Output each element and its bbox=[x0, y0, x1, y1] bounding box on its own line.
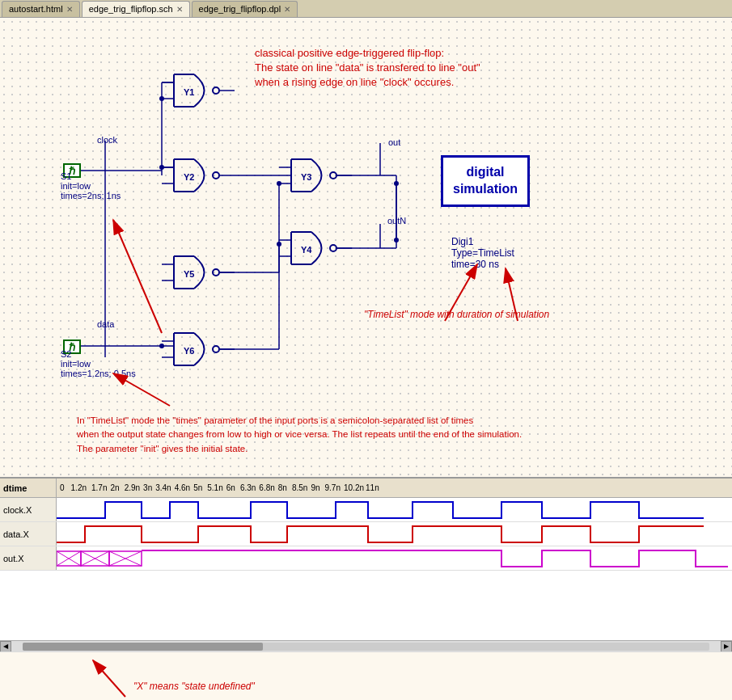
scroll-right-btn[interactable]: ▶ bbox=[721, 641, 732, 652]
svg-point-29 bbox=[330, 245, 336, 251]
svg-point-72 bbox=[159, 344, 164, 348]
time-mark-17: 10.2n bbox=[344, 483, 364, 492]
bottom-annotation: "X" means "state undefined" bbox=[133, 681, 255, 692]
scrollbar-thumb[interactable] bbox=[23, 643, 263, 651]
tab-autostart-label: autostart.html bbox=[9, 4, 63, 14]
timelist-line3: The parameter "init" gives the initial s… bbox=[77, 442, 522, 456]
schematic-area: classical positive edge-triggered flip-f… bbox=[0, 18, 732, 479]
time-mark-16: 9.7n bbox=[325, 483, 341, 492]
waveform-header: dtime 0 1.2n 1.7n 2n 2.9n 3n 3.4n 4.6n 5… bbox=[0, 479, 732, 498]
main-area: classical positive edge-triggered flip-f… bbox=[0, 18, 732, 700]
out-row-content bbox=[57, 546, 732, 570]
clock-waveform bbox=[57, 498, 732, 521]
dtime-header: dtime bbox=[0, 479, 57, 497]
out-row: out.X bbox=[0, 546, 732, 571]
waveform-section: dtime 0 1.2n 1.7n 2n 2.9n 3n 3.4n 4.6n 5… bbox=[0, 479, 732, 700]
scrollbar-track[interactable] bbox=[23, 643, 709, 651]
time-mark-12: 6.8n bbox=[259, 483, 274, 492]
digi1-line2: Type=TimeList bbox=[451, 247, 514, 259]
desc-line1: classical positive edge-triggered flip-f… bbox=[255, 46, 480, 61]
svg-point-69 bbox=[394, 181, 399, 186]
timelist-line2: when the output state changes from low t… bbox=[77, 428, 522, 441]
data-row: data.X bbox=[0, 522, 732, 546]
data-row-label: data.X bbox=[0, 522, 57, 546]
scrollbar-area: ◀ ▶ bbox=[0, 640, 732, 652]
svg-point-71 bbox=[159, 96, 164, 101]
svg-point-78 bbox=[277, 242, 281, 247]
s1-label: S1 init=low times=2ns; 1ns bbox=[61, 171, 121, 200]
svg-point-56 bbox=[159, 165, 164, 170]
digi1-line1: Digi1 bbox=[451, 236, 514, 247]
time-mark-5: 3n bbox=[143, 483, 152, 492]
s2-init: init=low bbox=[61, 359, 136, 369]
svg-point-37 bbox=[213, 269, 219, 276]
data-waveform bbox=[57, 522, 732, 546]
tab-dpl[interactable]: edge_trig_flipflop.dpl ✕ bbox=[192, 1, 298, 17]
digital-sim-title: digital bbox=[453, 164, 518, 181]
time-mark-4: 2.9n bbox=[125, 483, 140, 492]
svg-point-21 bbox=[330, 172, 336, 179]
tab-dpl-label: edge_trig_flipflop.dpl bbox=[199, 4, 281, 14]
tab-autostart[interactable]: autostart.html ✕ bbox=[2, 1, 80, 17]
timelist-mode-text: In "TimeList" mode the "times" parameter… bbox=[77, 414, 522, 456]
svg-point-75 bbox=[277, 181, 281, 186]
svg-text:Y3: Y3 bbox=[301, 172, 311, 182]
time-mark-7: 4.6n bbox=[175, 483, 190, 492]
waveform-rows: clock.X data.X bbox=[0, 498, 732, 640]
s1-times: times=2ns; 1ns bbox=[61, 191, 121, 200]
desc-line2: The state on line "data" is transfered t… bbox=[255, 61, 480, 75]
timelist-annotation: "TimeList" mode with duration of simulat… bbox=[364, 309, 549, 320]
bottom-arrow-svg bbox=[0, 652, 243, 700]
time-mark-10: 6n bbox=[226, 483, 235, 492]
s2-name: S2 bbox=[61, 349, 136, 359]
svg-point-45 bbox=[213, 346, 219, 352]
out-row-label: out.X bbox=[0, 546, 57, 570]
clock-label: clock bbox=[97, 135, 117, 145]
svg-text:Y2: Y2 bbox=[184, 172, 194, 182]
scroll-left-btn[interactable]: ◀ bbox=[0, 641, 11, 652]
clock-row-label: clock.X bbox=[0, 498, 57, 521]
tab-schematic-label: edge_trig_flipflop.sch bbox=[89, 4, 173, 14]
waveform-timeline: 0 1.2n 1.7n 2n 2.9n 3n 3.4n 4.6n 5n 5.1n… bbox=[57, 483, 732, 492]
svg-text:Y5: Y5 bbox=[184, 269, 194, 279]
outN-label: outN bbox=[387, 216, 406, 226]
time-mark-0: 0 bbox=[60, 483, 65, 492]
svg-text:Y4: Y4 bbox=[301, 245, 312, 255]
tab-schematic-close[interactable]: ✕ bbox=[176, 5, 183, 14]
time-mark-18: 11n bbox=[366, 483, 379, 492]
tab-schematic[interactable]: edge_trig_flipflop.sch ✕ bbox=[82, 1, 190, 17]
time-mark-13: 8n bbox=[278, 483, 287, 492]
time-mark-3: 2n bbox=[111, 483, 120, 492]
clock-row-content bbox=[57, 498, 732, 521]
s2-times: times=1.2ns; 0.5ns bbox=[61, 369, 136, 378]
time-mark-2: 1.7n bbox=[91, 483, 107, 492]
svg-text:Y6: Y6 bbox=[184, 346, 194, 356]
digital-sim-subtitle: simulation bbox=[453, 181, 518, 198]
timelist-line1: In "TimeList" mode the "times" parameter… bbox=[77, 414, 522, 428]
time-mark-14: 8.5n bbox=[292, 483, 307, 492]
data-row-content bbox=[57, 522, 732, 546]
s1-init: init=low bbox=[61, 181, 121, 191]
tab-bar: autostart.html ✕ edge_trig_flipflop.sch … bbox=[0, 0, 732, 18]
description-text: classical positive edge-triggered flip-f… bbox=[255, 46, 480, 91]
s1-name: S1 bbox=[61, 171, 121, 181]
out-waveform bbox=[57, 546, 732, 570]
time-mark-11: 6.3n bbox=[240, 483, 256, 492]
time-mark-6: 3.4n bbox=[155, 483, 171, 492]
digital-sim-box: digital simulation bbox=[441, 155, 530, 207]
digi1-line3: time=30 ns bbox=[451, 259, 514, 270]
svg-point-5 bbox=[213, 87, 219, 94]
time-mark-1: 1.2n bbox=[71, 483, 87, 492]
s2-label: S2 init=low times=1.2ns; 0.5ns bbox=[61, 349, 136, 378]
svg-text:Y1: Y1 bbox=[184, 87, 194, 97]
time-mark-8: 5n bbox=[193, 483, 202, 492]
tab-dpl-close[interactable]: ✕ bbox=[284, 5, 290, 14]
svg-point-13 bbox=[213, 172, 219, 179]
time-mark-15: 9n bbox=[311, 483, 319, 492]
digi1-info: Digi1 Type=TimeList time=30 ns bbox=[451, 236, 514, 270]
data-label: data bbox=[97, 319, 114, 329]
time-mark-9: 5.1n bbox=[207, 483, 222, 492]
svg-point-68 bbox=[394, 238, 399, 242]
tab-autostart-close[interactable]: ✕ bbox=[66, 5, 73, 14]
clock-row: clock.X bbox=[0, 498, 732, 522]
